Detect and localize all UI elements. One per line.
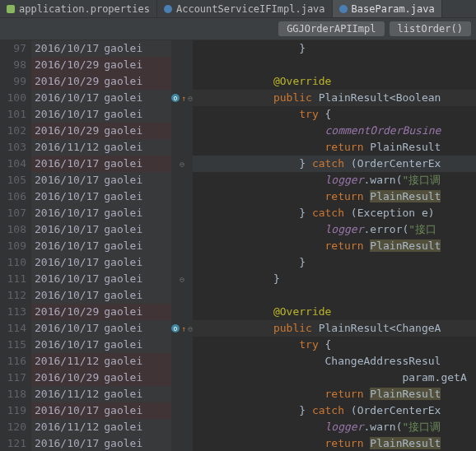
- code-area[interactable]: } @Override public PlainResult<Boolean t…: [193, 40, 476, 451]
- editor-tab[interactable]: AccountServiceIFImpl.java: [157, 0, 333, 17]
- code-line[interactable]: return PlainResult: [193, 238, 476, 254]
- line-number[interactable]: 112: [3, 287, 26, 304]
- code-line[interactable]: @Override: [193, 73, 476, 90]
- code-line[interactable]: [193, 57, 476, 73]
- token-ident: }: [299, 256, 306, 268]
- line-number-gutter[interactable]: 9798991001011021031041051061071081091101…: [0, 40, 31, 451]
- code-line[interactable]: ChangeAddressResul: [193, 353, 476, 370]
- code-line[interactable]: } catch (Exception e): [193, 205, 476, 221]
- annotate-row[interactable]: 2016/10/29gaolei: [31, 123, 171, 139]
- line-number[interactable]: 105: [3, 172, 26, 188]
- code-line[interactable]: return PlainResult: [193, 435, 476, 451]
- code-line[interactable]: return PlainResult: [193, 188, 476, 205]
- annotate-row[interactable]: 2016/10/17gaolei: [31, 254, 171, 271]
- implements-up-arrow-icon[interactable]: ↑: [181, 94, 186, 103]
- line-number[interactable]: 113: [3, 304, 26, 320]
- implements-up-arrow-icon[interactable]: ↑: [181, 324, 186, 333]
- annotate-row[interactable]: 2016/10/17gaolei: [31, 106, 171, 123]
- properties-file-icon: [7, 5, 15, 13]
- annotate-row[interactable]: 2016/10/17gaolei: [31, 221, 171, 238]
- line-number[interactable]: 120: [3, 419, 26, 435]
- annotate-row[interactable]: 2016/10/17gaolei: [31, 188, 171, 205]
- annotate-row[interactable]: 2016/10/29gaolei: [31, 370, 171, 386]
- annotate-author: gaolei: [104, 304, 142, 320]
- folding-gutter[interactable]: o↑⊖⊖⊖o↑⊖: [171, 40, 193, 451]
- annotate-row[interactable]: 2016/10/17gaolei: [31, 402, 171, 419]
- annotate-row[interactable]: 2016/10/17gaolei: [31, 435, 171, 451]
- override-gutter-icon[interactable]: o: [171, 94, 180, 102]
- code-line[interactable]: commentOrderBusine: [193, 123, 476, 139]
- annotate-date: 2016/10/17: [35, 90, 99, 106]
- code-line[interactable]: [193, 287, 476, 304]
- line-number[interactable]: 114: [3, 320, 26, 337]
- annotate-row[interactable]: 2016/11/12gaolei: [31, 139, 171, 156]
- code-line[interactable]: param.getA: [193, 370, 476, 386]
- line-number[interactable]: 104: [3, 156, 26, 172]
- line-number[interactable]: 107: [3, 205, 26, 221]
- code-line[interactable]: public PlainResult<ChangeA: [193, 320, 476, 337]
- breadcrumb-segment[interactable]: listOrder(): [390, 21, 471, 36]
- annotate-row[interactable]: 2016/10/29gaolei: [31, 57, 171, 73]
- editor-tab[interactable]: BaseParam.java: [333, 0, 442, 17]
- annotate-date: 2016/10/17: [35, 221, 99, 238]
- annotate-row[interactable]: 2016/10/17gaolei: [31, 205, 171, 221]
- annotate-row[interactable]: 2016/10/29gaolei: [31, 304, 171, 320]
- code-line[interactable]: try {: [193, 106, 476, 123]
- line-number[interactable]: 100: [3, 90, 26, 106]
- line-number[interactable]: 101: [3, 106, 26, 123]
- editor-tabs: application.propertiesAccountServiceIFIm…: [0, 0, 476, 18]
- vcs-annotate-column[interactable]: 2016/10/17gaolei2016/10/29gaolei2016/10/…: [31, 40, 171, 451]
- annotate-row[interactable]: 2016/10/17gaolei: [31, 172, 171, 188]
- annotate-row[interactable]: 2016/11/12gaolei: [31, 419, 171, 435]
- line-number[interactable]: 97: [3, 40, 26, 57]
- code-line[interactable]: } catch (OrderCenterEx: [193, 402, 476, 419]
- code-line[interactable]: try {: [193, 337, 476, 353]
- code-line[interactable]: }: [193, 271, 476, 287]
- fold-toggle-icon[interactable]: ⊖: [180, 160, 184, 169]
- annotate-row[interactable]: 2016/10/17gaolei: [31, 238, 171, 254]
- fold-toggle-icon[interactable]: ⊖: [180, 275, 184, 284]
- annotate-row[interactable]: 2016/10/17gaolei: [31, 156, 171, 172]
- annotate-row[interactable]: 2016/10/29gaolei: [31, 73, 171, 90]
- token-fld: logger: [325, 174, 364, 186]
- line-number[interactable]: 118: [3, 386, 26, 402]
- token-type: OrderCenterEx: [357, 157, 441, 170]
- annotate-row[interactable]: 2016/11/12gaolei: [31, 353, 171, 370]
- line-number[interactable]: 98: [3, 57, 26, 73]
- annotate-row[interactable]: 2016/10/17gaolei: [31, 40, 171, 57]
- code-line[interactable]: logger.error("接口: [193, 221, 476, 238]
- override-gutter-icon[interactable]: o: [171, 324, 180, 332]
- editor-tab[interactable]: application.properties: [0, 0, 157, 17]
- annotate-row[interactable]: 2016/10/17gaolei: [31, 90, 171, 106]
- code-line[interactable]: public PlainResult<Boolean: [193, 90, 476, 106]
- code-line[interactable]: } catch (OrderCenterEx: [193, 156, 476, 172]
- annotate-date: 2016/11/12: [35, 419, 99, 435]
- annotate-row[interactable]: 2016/10/17gaolei: [31, 287, 171, 304]
- code-line[interactable]: }: [193, 254, 476, 271]
- line-number[interactable]: 108: [3, 221, 26, 238]
- line-number[interactable]: 116: [3, 353, 26, 370]
- line-number[interactable]: 121: [3, 435, 26, 451]
- code-line[interactable]: logger.warn("接口调: [193, 172, 476, 188]
- line-number[interactable]: 109: [3, 238, 26, 254]
- line-number[interactable]: 110: [3, 254, 26, 271]
- annotate-row[interactable]: 2016/11/12gaolei: [31, 386, 171, 402]
- line-number[interactable]: 102: [3, 123, 26, 139]
- code-line[interactable]: return PlainResult: [193, 386, 476, 402]
- line-number[interactable]: 119: [3, 402, 26, 419]
- code-line[interactable]: return PlainResult: [193, 139, 476, 156]
- annotate-row[interactable]: 2016/10/17gaolei: [31, 320, 171, 337]
- line-number[interactable]: 117: [3, 370, 26, 386]
- line-number[interactable]: 103: [3, 139, 26, 156]
- line-number[interactable]: 115: [3, 337, 26, 353]
- breadcrumb-segment[interactable]: GGJOrderAPIImpl: [278, 21, 384, 36]
- annotate-date: 2016/10/17: [35, 106, 99, 123]
- code-line[interactable]: @Override: [193, 304, 476, 320]
- code-line[interactable]: logger.warn("接口调: [193, 419, 476, 435]
- code-line[interactable]: }: [193, 40, 476, 57]
- line-number[interactable]: 99: [3, 73, 26, 90]
- line-number[interactable]: 106: [3, 188, 26, 205]
- line-number[interactable]: 111: [3, 271, 26, 287]
- annotate-row[interactable]: 2016/10/17gaolei: [31, 337, 171, 353]
- annotate-row[interactable]: 2016/10/17gaolei: [31, 271, 171, 287]
